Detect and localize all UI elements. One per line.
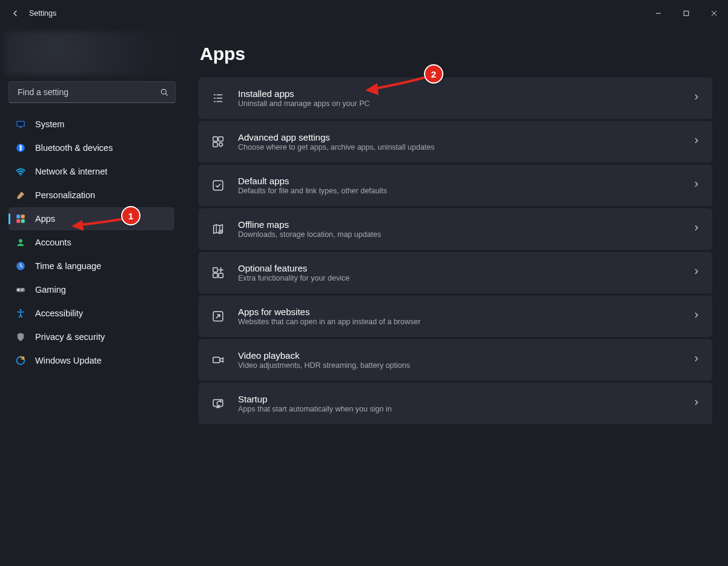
card-title: Apps for websites bbox=[238, 307, 420, 317]
card-websites[interactable]: Apps for websitesWebsites that can open … bbox=[199, 296, 712, 337]
bluetooth-icon bbox=[15, 142, 27, 154]
maximize-icon bbox=[683, 10, 689, 16]
card-installed[interactable]: Installed appsUninstall and manage apps … bbox=[199, 78, 712, 119]
card-default[interactable]: Default appsDefaults for file and link t… bbox=[199, 165, 712, 206]
chevron-right-icon bbox=[692, 267, 701, 278]
card-subtitle: Extra functionality for your device bbox=[238, 274, 349, 282]
clock-icon bbox=[15, 260, 27, 272]
settings-cards: Installed appsUninstall and manage apps … bbox=[199, 78, 712, 424]
card-subtitle: Uninstall and manage apps on your PC bbox=[238, 99, 370, 108]
card-subtitle: Defaults for file and link types, other … bbox=[238, 187, 387, 195]
close-button[interactable] bbox=[700, 0, 728, 27]
brush-icon bbox=[15, 189, 27, 201]
card-subtitle: Choose where to get apps, archive apps, … bbox=[238, 143, 435, 151]
system-icon bbox=[15, 118, 27, 130]
sidebar-item-apps[interactable]: Apps bbox=[8, 207, 174, 230]
video-icon bbox=[210, 352, 226, 368]
profile-block[interactable] bbox=[5, 32, 176, 75]
apps-icon bbox=[15, 213, 27, 225]
minimize-icon bbox=[655, 10, 661, 16]
search-box[interactable] bbox=[8, 81, 176, 103]
card-title: Advanced app settings bbox=[238, 132, 435, 142]
sidebar-item-person[interactable]: Accounts bbox=[8, 231, 174, 254]
access-icon bbox=[15, 307, 27, 319]
sidebar-item-label: Gaming bbox=[35, 285, 66, 295]
installed-icon bbox=[210, 90, 226, 106]
page-title: Apps bbox=[200, 44, 712, 64]
sidebar: SystemBluetooth & devicesNetwork & inter… bbox=[0, 27, 182, 566]
sidebar-item-label: Privacy & security bbox=[35, 332, 105, 342]
sidebar-item-label: Bluetooth & devices bbox=[35, 143, 113, 153]
shield-icon bbox=[15, 331, 27, 343]
sidebar-item-access[interactable]: Accessibility bbox=[8, 302, 174, 325]
person-icon bbox=[15, 236, 27, 248]
card-advanced[interactable]: Advanced app settingsChoose where to get… bbox=[199, 121, 712, 162]
sidebar-item-brush[interactable]: Personalization bbox=[8, 184, 174, 207]
titlebar: Settings bbox=[0, 0, 728, 27]
card-video[interactable]: Video playbackVideo adjustments, HDR str… bbox=[199, 339, 712, 381]
nav-list: SystemBluetooth & devicesNetwork & inter… bbox=[4, 113, 178, 372]
advanced-icon bbox=[210, 134, 226, 150]
chevron-right-icon bbox=[692, 93, 701, 104]
sidebar-item-system[interactable]: System bbox=[8, 113, 174, 136]
search-input[interactable] bbox=[16, 87, 159, 98]
websites-icon bbox=[210, 308, 226, 324]
card-title: Video playback bbox=[238, 350, 410, 361]
sidebar-item-bluetooth[interactable]: Bluetooth & devices bbox=[8, 136, 174, 159]
card-title: Offline maps bbox=[238, 219, 381, 230]
card-title: Installed apps bbox=[238, 88, 370, 99]
game-icon bbox=[15, 284, 27, 296]
sidebar-item-game[interactable]: Gaming bbox=[8, 278, 174, 301]
optional-icon bbox=[210, 265, 226, 281]
card-subtitle: Apps that start automatically when you s… bbox=[238, 405, 392, 413]
sidebar-item-label: Apps bbox=[35, 214, 55, 224]
chevron-right-icon bbox=[692, 180, 701, 191]
sidebar-item-label: Accounts bbox=[35, 238, 71, 247]
sidebar-item-label: Accessibility bbox=[35, 308, 83, 318]
window-title: Settings bbox=[29, 9, 56, 18]
maps-icon bbox=[210, 221, 226, 237]
sidebar-item-shield[interactable]: Privacy & security bbox=[8, 325, 174, 348]
wifi-icon bbox=[15, 165, 27, 178]
default-icon bbox=[210, 178, 226, 193]
card-startup[interactable]: StartupApps that start automatically whe… bbox=[199, 383, 712, 424]
card-title: Startup bbox=[238, 394, 392, 404]
chevron-right-icon bbox=[692, 311, 701, 322]
sidebar-item-label: Network & internet bbox=[35, 167, 107, 176]
chevron-right-icon bbox=[692, 355, 701, 365]
card-optional[interactable]: Optional featuresExtra functionality for… bbox=[199, 252, 712, 293]
arrow-left-icon bbox=[10, 8, 20, 18]
chevron-right-icon bbox=[692, 224, 701, 235]
back-button[interactable] bbox=[6, 4, 24, 22]
card-maps[interactable]: Offline mapsDownloads, storage location,… bbox=[199, 208, 712, 250]
sidebar-item-clock[interactable]: Time & language bbox=[8, 255, 174, 278]
main-content: Apps Installed appsUninstall and manage … bbox=[182, 27, 728, 566]
card-subtitle: Downloads, storage location, map updates bbox=[238, 230, 381, 239]
sidebar-item-label: Windows Update bbox=[35, 356, 102, 365]
update-icon bbox=[15, 355, 27, 367]
sidebar-item-label: Personalization bbox=[35, 190, 95, 200]
sidebar-item-label: System bbox=[35, 119, 64, 129]
settings-window: Settings SystemBluetooth & devicesNetwor… bbox=[0, 0, 728, 566]
close-icon bbox=[711, 10, 717, 16]
minimize-button[interactable] bbox=[644, 0, 672, 27]
caption-buttons bbox=[644, 0, 728, 27]
chevron-right-icon bbox=[692, 136, 701, 147]
sidebar-item-update[interactable]: Windows Update bbox=[8, 349, 174, 372]
card-subtitle: Websites that can open in an app instead… bbox=[238, 318, 420, 326]
chevron-right-icon bbox=[692, 398, 701, 409]
card-title: Default apps bbox=[238, 176, 387, 186]
card-subtitle: Video adjustments, HDR streaming, batter… bbox=[238, 361, 410, 370]
startup-icon bbox=[210, 396, 226, 411]
sidebar-item-wifi[interactable]: Network & internet bbox=[8, 160, 174, 183]
maximize-button[interactable] bbox=[672, 0, 700, 27]
search-icon bbox=[159, 87, 169, 97]
sidebar-item-label: Time & language bbox=[35, 261, 101, 271]
card-title: Optional features bbox=[238, 263, 349, 273]
